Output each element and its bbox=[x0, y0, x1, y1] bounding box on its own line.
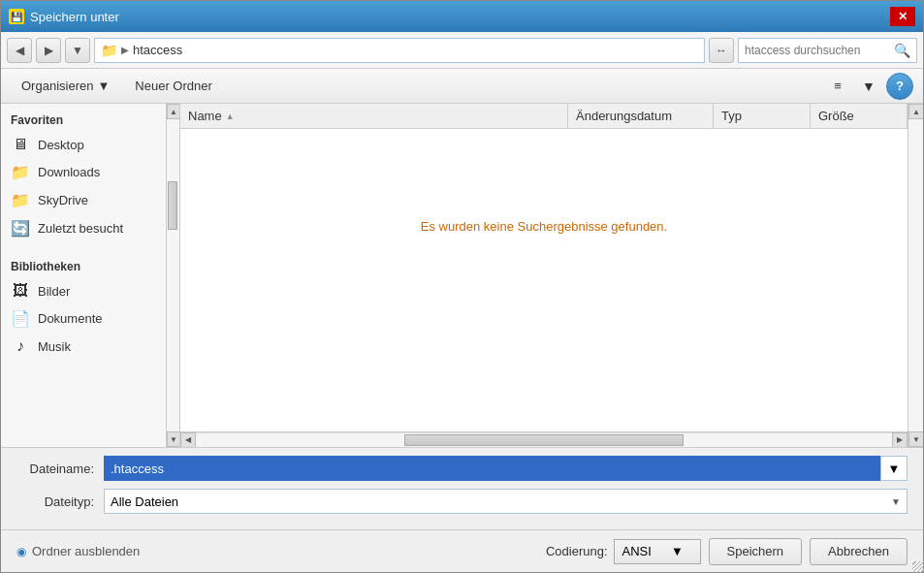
desktop-icon: 🖥 bbox=[11, 136, 30, 153]
sidebar: Favoriten 🖥 Desktop 📁 Downloads 📁 SkyDri… bbox=[1, 104, 180, 447]
filetype-dropdown[interactable]: Alle Dateien ▼ bbox=[104, 489, 908, 514]
search-icon[interactable]: 🔍 bbox=[894, 43, 910, 58]
path-separator: ▶ bbox=[121, 45, 129, 55]
sidebar-item-music[interactable]: ♪ Musik bbox=[1, 333, 166, 360]
save-dialog: 💾 Speichern unter ✕ ◀ ▶ ▼ 📁 ▶ htaccess ↔… bbox=[0, 0, 924, 573]
documents-icon: 📄 bbox=[11, 309, 30, 328]
h-scroll-left[interactable]: ◀ bbox=[180, 432, 196, 448]
empty-message: Es wurden keine Suchergebnisse gefunden. bbox=[180, 129, 908, 323]
view-icon: ≡ bbox=[834, 79, 842, 93]
filetype-label: Dateityp: bbox=[16, 494, 104, 509]
col-header-date[interactable]: Änderungsdatum bbox=[568, 104, 714, 128]
music-icon: ♪ bbox=[11, 337, 30, 355]
view-dropdown-button[interactable]: ▼ bbox=[855, 73, 882, 100]
sidebar-item-desktop-label: Desktop bbox=[38, 138, 84, 152]
main-area: Favoriten 🖥 Desktop 📁 Downloads 📁 SkyDri… bbox=[1, 104, 923, 447]
forward-button[interactable]: ▶ bbox=[36, 38, 61, 63]
col-header-name[interactable]: Name ▲ bbox=[180, 104, 568, 128]
bottom-area: Dateiname: ▼ Dateityp: Alle Dateien ▼ bbox=[1, 447, 923, 529]
nav-dropdown-button[interactable]: ▼ bbox=[65, 38, 90, 63]
toolbar: Organisieren ▼ Neuer Ordner ≡ ▼ ? bbox=[1, 69, 923, 104]
filetype-row: Dateityp: Alle Dateien ▼ bbox=[16, 489, 908, 514]
filename-input[interactable] bbox=[104, 456, 880, 481]
encoding-dropdown-arrow: ▼ bbox=[671, 544, 684, 558]
sidebar-item-images[interactable]: 🖼 Bilder bbox=[1, 277, 166, 304]
save-button[interactable]: Speichern bbox=[709, 538, 803, 565]
sidebar-item-documents[interactable]: 📄 Dokumente bbox=[1, 304, 166, 333]
encoding-label: Codierung: bbox=[546, 544, 608, 558]
h-scroll-right[interactable]: ▶ bbox=[892, 432, 908, 448]
filetype-value: Alle Dateien bbox=[111, 494, 178, 509]
sidebar-scroll-down[interactable]: ▼ bbox=[167, 431, 179, 447]
downloads-icon: 📁 bbox=[11, 163, 30, 181]
titlebar-app-icon: 💾 bbox=[9, 9, 24, 24]
file-area: Name ▲ Änderungsdatum Typ Größe Es wu bbox=[180, 104, 908, 447]
encoding-value: ANSI bbox=[622, 544, 652, 558]
filename-row: Dateiname: ▼ bbox=[16, 456, 908, 481]
organize-button[interactable]: Organisieren ▼ bbox=[11, 73, 120, 100]
resize-handle[interactable] bbox=[912, 561, 924, 573]
sidebar-item-desktop[interactable]: 🖥 Desktop bbox=[1, 131, 166, 158]
titlebar: 💾 Speichern unter ✕ bbox=[1, 1, 923, 32]
sidebar-item-downloads[interactable]: 📁 Downloads bbox=[1, 158, 166, 186]
hide-folder-label: Ordner ausblenden bbox=[32, 544, 140, 558]
help-button[interactable]: ? bbox=[886, 73, 913, 100]
titlebar-left: 💾 Speichern unter bbox=[9, 9, 119, 24]
toolbar-right: ≡ ▼ ? bbox=[824, 73, 913, 100]
v-scroll-track[interactable] bbox=[908, 119, 923, 431]
empty-message-text: Es wurden keine Suchergebnisse gefunden. bbox=[421, 219, 667, 234]
sidebar-item-recent-label: Zuletzt besucht bbox=[38, 221, 123, 236]
encoding-section: Codierung: ANSI ▼ bbox=[546, 539, 701, 564]
sidebar-item-images-label: Bilder bbox=[38, 284, 70, 299]
new-folder-label: Neuer Ordner bbox=[135, 79, 211, 93]
organize-label: Organisieren bbox=[21, 79, 93, 93]
hide-folder-btn[interactable]: ◉ Ordner ausblenden bbox=[16, 544, 140, 558]
encoding-dropdown[interactable]: ANSI ▼ bbox=[614, 539, 701, 564]
sidebar-item-recent[interactable]: 🔄 Zuletzt besucht bbox=[1, 214, 166, 242]
addressbar: ◀ ▶ ▼ 📁 ▶ htaccess ↔ 🔍 bbox=[1, 32, 923, 69]
new-folder-button[interactable]: Neuer Ordner bbox=[124, 73, 222, 100]
sidebar-item-music-label: Musik bbox=[38, 339, 71, 354]
search-input[interactable] bbox=[745, 44, 890, 57]
sidebar-item-skydrive[interactable]: 📁 SkyDrive bbox=[1, 186, 166, 214]
footer: ◉ Ordner ausblenden Codierung: ANSI ▼ Sp… bbox=[1, 529, 923, 572]
sidebar-scroll-up[interactable]: ▲ bbox=[167, 104, 179, 119]
footer-right: Codierung: ANSI ▼ Speichern Abbrechen bbox=[546, 538, 908, 565]
search-box[interactable]: 🔍 bbox=[738, 38, 917, 63]
sidebar-item-skydrive-label: SkyDrive bbox=[38, 193, 88, 207]
v-scroll-down[interactable]: ▼ bbox=[908, 431, 923, 447]
file-scroll-area: Name ▲ Änderungsdatum Typ Größe Es wu bbox=[180, 104, 908, 431]
column-headers: Name ▲ Änderungsdatum Typ Größe bbox=[180, 104, 908, 129]
v-scroll-up[interactable]: ▲ bbox=[908, 104, 923, 119]
col-header-type[interactable]: Typ bbox=[714, 104, 811, 128]
sidebar-item-documents-label: Dokumente bbox=[38, 311, 102, 326]
skydrive-icon: 📁 bbox=[11, 191, 30, 209]
col-name-label: Name bbox=[188, 109, 222, 123]
recent-icon: 🔄 bbox=[11, 219, 30, 238]
col-header-size[interactable]: Größe bbox=[811, 104, 908, 128]
titlebar-title: Speichern unter bbox=[30, 10, 119, 24]
filename-label: Dateiname: bbox=[16, 462, 104, 476]
h-scroll-track[interactable] bbox=[196, 432, 892, 447]
path-text: htaccess bbox=[133, 43, 182, 57]
close-button[interactable]: ✕ bbox=[890, 7, 915, 26]
favorites-section-label: Favoriten bbox=[1, 104, 166, 131]
path-folder-icon: 📁 bbox=[101, 43, 117, 58]
images-icon: 🖼 bbox=[11, 282, 30, 300]
filetype-dropdown-arrow: ▼ bbox=[891, 496, 901, 507]
filename-dropdown-btn[interactable]: ▼ bbox=[880, 456, 908, 481]
cancel-button[interactable]: Abbrechen bbox=[810, 538, 908, 565]
view-toggle-button[interactable]: ≡ bbox=[824, 73, 851, 100]
col-date-label: Änderungsdatum bbox=[576, 109, 672, 123]
back-button[interactable]: ◀ bbox=[7, 38, 32, 63]
h-scrollbar: ◀ ▶ bbox=[180, 431, 908, 447]
libraries-section-label: Bibliotheken bbox=[1, 250, 166, 277]
organize-arrow: ▼ bbox=[97, 79, 110, 93]
h-scroll-thumb[interactable] bbox=[404, 434, 683, 446]
address-path[interactable]: 📁 ▶ htaccess bbox=[94, 38, 705, 63]
col-sort-arrow: ▲ bbox=[226, 111, 235, 121]
hide-folder-icon: ◉ bbox=[16, 545, 26, 558]
address-refresh-button[interactable]: ↔ bbox=[709, 38, 734, 63]
sidebar-item-downloads-label: Downloads bbox=[38, 165, 100, 179]
col-size-label: Größe bbox=[818, 109, 854, 123]
